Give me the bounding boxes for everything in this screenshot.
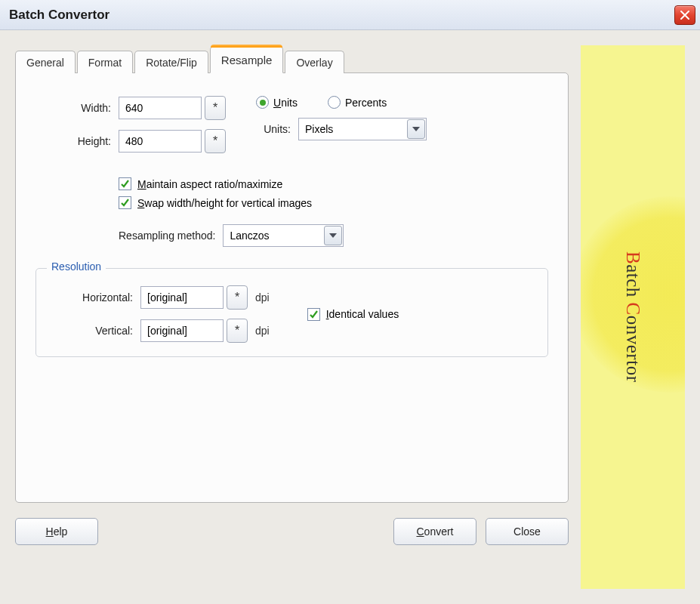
titlebar: Batch Convertor xyxy=(0,0,700,30)
tab-overlay[interactable]: Overlay xyxy=(285,51,344,73)
window-title: Batch Convertor xyxy=(9,8,109,23)
resolution-inputs: Horizontal: * dpi Vertical: * dpi xyxy=(50,285,270,343)
resampling-method-label: Resampling method: xyxy=(119,230,223,242)
tab-format[interactable]: Format xyxy=(77,51,133,73)
resampling-method-select[interactable]: Lanczos xyxy=(223,224,344,247)
checkbox-icon xyxy=(119,196,131,209)
help-button[interactable]: Help xyxy=(15,518,98,545)
horizontal-menu-button[interactable]: * xyxy=(227,285,248,310)
tab-resample[interactable]: Resample xyxy=(210,46,284,73)
resampling-method-value: Lanczos xyxy=(230,230,269,242)
resolution-group: Resolution Horizontal: * dpi Vertical: * xyxy=(35,268,548,357)
height-label: Height: xyxy=(35,135,119,147)
main-panel: General Format Rotate/Flip Resample Over… xyxy=(15,45,569,589)
radio-icon xyxy=(256,96,269,109)
height-input[interactable] xyxy=(119,130,202,153)
chevron-down-icon xyxy=(407,119,425,139)
close-window-button[interactable] xyxy=(674,5,695,25)
dpi-label: dpi xyxy=(255,325,270,337)
tab-rotate-flip[interactable]: Rotate/Flip xyxy=(134,51,208,73)
dialog-footer: Help Convert Close xyxy=(15,518,569,545)
height-menu-button[interactable]: * xyxy=(205,129,226,153)
vertical-input[interactable] xyxy=(140,319,224,342)
radio-icon xyxy=(328,96,341,109)
units-select[interactable]: Pixels xyxy=(298,118,427,140)
resampling-method-row: Resampling method: Lanczos xyxy=(119,224,548,247)
horizontal-input[interactable] xyxy=(140,286,224,309)
vertical-label: Vertical: xyxy=(50,325,140,337)
swap-wh-checkbox[interactable]: Swap width/height for vertical images xyxy=(119,196,548,209)
horizontal-label: Horizontal: xyxy=(50,291,140,304)
maintain-aspect-checkbox[interactable]: Maintain aspect ratio/maximize xyxy=(119,177,548,190)
tab-strip: General Format Rotate/Flip Resample Over… xyxy=(15,45,569,72)
close-button[interactable]: Close xyxy=(486,518,569,545)
mode-radio-group: Units Percents xyxy=(256,96,387,109)
swap-wh-label: Swap width/height for vertical images xyxy=(137,197,312,209)
percents-radio[interactable]: Percents xyxy=(328,96,387,109)
identical-values-checkbox[interactable]: Identical values xyxy=(307,308,399,321)
units-column: Units Percents Units: Pixels xyxy=(256,96,427,162)
tab-resample-content: Width: * Height: * xyxy=(15,72,569,503)
dpi-label: dpi xyxy=(255,291,270,304)
units-label: Units: xyxy=(256,123,298,135)
checkbox-icon xyxy=(119,177,131,190)
resolution-legend: Resolution xyxy=(47,260,106,273)
banner-text: Batch Convertor xyxy=(622,251,643,382)
side-banner: Batch Convertor xyxy=(581,45,685,589)
units-select-value: Pixels xyxy=(305,123,333,135)
dialog-body: General Format Rotate/Flip Resample Over… xyxy=(0,30,700,604)
convert-button[interactable]: Convert xyxy=(393,518,476,545)
tab-general[interactable]: General xyxy=(15,51,76,73)
width-input[interactable] xyxy=(119,97,202,119)
maintain-aspect-label: Maintain aspect ratio/maximize xyxy=(137,178,282,190)
options-checks: Maintain aspect ratio/maximize Swap widt… xyxy=(119,177,548,209)
identical-values-label: Identical values xyxy=(326,308,399,320)
units-radio[interactable]: Units xyxy=(256,96,298,109)
width-label: Width: xyxy=(35,102,119,114)
vertical-menu-button[interactable]: * xyxy=(227,319,248,343)
percents-radio-label: Percents xyxy=(345,97,387,109)
units-radio-label: Units xyxy=(273,97,298,109)
checkbox-icon xyxy=(307,308,320,321)
width-menu-button[interactable]: * xyxy=(205,96,226,120)
size-inputs: Width: * Height: * xyxy=(35,96,226,162)
chevron-down-icon xyxy=(324,226,342,245)
close-icon xyxy=(680,11,689,20)
